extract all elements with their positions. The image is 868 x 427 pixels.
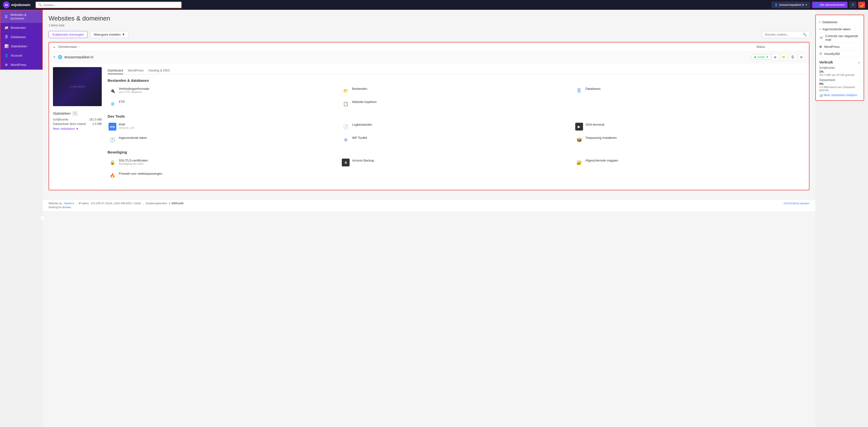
tool-ingeroosterde-taken[interactable]: 🕐 Ingeroosterde taken	[107, 134, 338, 145]
rp-controle-icon: 📧	[819, 36, 824, 40]
tool-databases[interactable]: 🗄 Databases	[574, 85, 805, 96]
tool-php[interactable]: php PHP versie 8.1.25	[107, 121, 338, 132]
php-desc: versie 8.1.25	[119, 126, 134, 129]
websites-icon: ☰	[4, 14, 8, 19]
wp-toolkit-text: WP Toolkit	[352, 136, 367, 140]
status-badge[interactable]: Actief ▼	[752, 54, 771, 60]
rp-stats-icon: 📊	[819, 93, 823, 97]
ingeroosterde-taken-name: Ingeroosterde taken	[119, 136, 147, 140]
domain-globe-icon: 🌐	[58, 55, 62, 59]
user-label: tessasmwpakket.nl	[779, 3, 804, 7]
rp-item-wordpress[interactable]: ⊕ WordPress	[819, 43, 860, 50]
db-action-button[interactable]: 🗄	[789, 54, 796, 61]
search-input[interactable]	[43, 3, 179, 7]
meer-statistieken-link[interactable]: Meer statistieken ▼	[53, 127, 102, 130]
wordpress-icon: ⊕	[4, 63, 8, 67]
verbindingsinformatie-name: Verbindingsinformatie	[119, 87, 149, 91]
tool-bestanden[interactable]: 📁 Bestanden	[341, 85, 571, 96]
ssl-name: SSL/TLS-certificaten	[119, 159, 148, 162]
sidebar-collapse-button[interactable]: ‹	[40, 216, 45, 221]
tab-wordpress[interactable]: WordPress	[128, 67, 144, 74]
ftp-name: FTP	[119, 100, 125, 104]
sidebar-item-bestanden[interactable]: 📁 Bestanden	[0, 23, 42, 32]
tab-hosting-dns[interactable]: Hosting & DNS	[149, 67, 170, 74]
theme-button[interactable]: 🌙	[858, 2, 865, 8]
left-panel: ● Hello World! Statistieken ↻ Schijfruim…	[53, 67, 102, 186]
verbindingsinformatie-desc: voor FTP, database	[119, 91, 149, 93]
rp-meer-stats-link[interactable]: 📊 Meer statistieken bekijken	[819, 93, 860, 97]
tool-ftp[interactable]: 🖥 FTP	[107, 98, 338, 109]
weergave-button[interactable]: Weergave instellen ▼	[90, 31, 129, 38]
sidebar-item-bestanden-label: Bestanden	[11, 26, 26, 30]
acronis-name: Acronis Backup	[352, 159, 374, 162]
rp-dataverkeer-detail: 2.5 MB/maand van Onbeperkt gebruikt	[819, 86, 860, 92]
tool-wp-toolkit[interactable]: ⊕ WP Toolkit	[341, 134, 571, 145]
tool-ssl[interactable]: 🔒 SSL/TLS-certificaten Beveiliging kan b…	[107, 157, 338, 168]
databases-name: Databases	[586, 87, 600, 91]
toepassing-installeren-name: Toepassing installeren	[586, 136, 617, 140]
bestanden-name: Bestanden	[352, 87, 367, 91]
domain-name: tessasmwpakket.nl	[64, 55, 752, 59]
tool-verbindingsinformatie[interactable]: 🔌 Verbindingsinformatie voor FTP, databa…	[107, 85, 338, 96]
stats-title: Statistieken ↻	[53, 111, 102, 116]
php-text: PHP versie 8.1.25	[119, 123, 134, 129]
php-name: PHP	[119, 123, 134, 126]
logbestanden-name: Logbestanden	[352, 123, 372, 126]
rp-item-databases[interactable]: ▪ Databases	[819, 19, 860, 26]
wordpress-action-button[interactable]: ⊕	[771, 54, 779, 61]
tool-website-kopieren[interactable]: 📋 Website kopiëren	[341, 98, 571, 109]
rp-dataverkeer-label: Dataverkeer:	[819, 78, 860, 82]
user-button[interactable]: 👤 tessasmwpakket.nl ▼	[772, 2, 810, 8]
search-icon: 🔍	[38, 3, 42, 7]
sidebar-item-databases-label: Databases	[11, 35, 26, 39]
footer-httpdocs-link[interactable]: httpdocs	[64, 202, 74, 205]
abonnementen-button[interactable]: 👤 Alle abonnementen	[812, 2, 847, 8]
tool-acronis[interactable]: A Acronis Backup	[341, 157, 571, 168]
add-subdomain-button[interactable]: Subdomein toevoegen	[49, 31, 88, 38]
tool-ssh[interactable]: ▶ SSH-terminal	[574, 121, 805, 132]
sidebar-item-databases[interactable]: 🗄 Databases	[0, 32, 42, 41]
tab-dashboard[interactable]: Dashboard	[107, 67, 123, 74]
verbruik-chevron[interactable]: ▲	[858, 61, 860, 64]
settings-action-button[interactable]: ⚙	[798, 54, 805, 61]
header-chevron[interactable]: ▲	[53, 45, 56, 49]
rp-item-imunify[interactable]: ⚙ Imunify360	[819, 50, 860, 57]
rp-imunify-icon: ⚙	[819, 52, 823, 56]
refresh-stats-button[interactable]: ↻	[72, 111, 78, 116]
account-icon: 👤	[4, 54, 8, 57]
footer-omschrijving-link[interactable]: Omschrijving wijzigen	[783, 202, 809, 205]
rp-item-ingeroosterde-taken[interactable]: ▪ Ingeroosterde taken	[819, 26, 860, 33]
sidebar-item-account[interactable]: 👤 Account	[0, 51, 42, 60]
col-domeinnaam-label: Domeinnaam ↑	[58, 45, 754, 49]
firewall-text: Firewall voor webtoepassingen	[119, 172, 162, 176]
sidebar-item-statistieken[interactable]: 📊 Statistieken	[0, 41, 42, 51]
footer-ip-val: 213.249.67.13(v4), 2a01:448:2001::13(v6)	[91, 202, 141, 205]
toepassing-installeren-text: Toepassing installeren	[586, 136, 617, 140]
sidebar-item-wordpress[interactable]: ⊕ WordPress	[0, 60, 42, 69]
domain-search-input[interactable]	[765, 33, 801, 36]
dataverkeer-label: Dataverkeer deze maand	[53, 122, 86, 126]
verbruik-section-title: Verbruik ▲	[819, 60, 860, 64]
domain-row-chevron[interactable]: ▼	[53, 55, 56, 59]
logbestanden-text: Logbestanden	[352, 123, 372, 126]
tool-toepassing-installeren[interactable]: 📦 Toepassing installeren	[574, 134, 805, 145]
help-button[interactable]: ?	[849, 2, 856, 8]
search-bar[interactable]: 🔍	[35, 1, 182, 8]
domain-search-box[interactable]: 🔍	[762, 31, 809, 38]
tool-firewall[interactable]: 🔥 Firewall voor webtoepassingen	[107, 170, 338, 181]
col-status-label: Status	[756, 45, 805, 49]
domain-actions: ⊕ 📁 🗄 ⚙	[771, 54, 805, 61]
tool-logbestanden[interactable]: 📄 Logbestanden	[341, 121, 571, 132]
user-icon: 👤	[774, 3, 778, 7]
wp-toolkit-name: WP Toolkit	[352, 136, 367, 140]
tool-afgeschermde-mappen[interactable]: 🔐 Afgeschermde mappen	[574, 157, 805, 168]
rp-item-controle[interactable]: 📧 Controle van uitgaande mail	[819, 33, 860, 43]
bestanden-text: Bestanden	[352, 87, 367, 91]
stats-box: Statistieken ↻ Schijfruimte 161.5 MB Dat…	[53, 111, 102, 130]
rp-ingeroosterde-label: Ingeroosterde taken	[823, 27, 851, 31]
firewall-icon: 🔥	[108, 172, 116, 180]
files-action-button[interactable]: 📁	[780, 54, 787, 61]
ingeroosterde-taken-icon: 🕐	[108, 136, 116, 144]
sidebar-item-websites[interactable]: ☰ Websites & domeinen	[0, 10, 42, 23]
domain-screenshot: ● Hello World!	[53, 67, 102, 106]
